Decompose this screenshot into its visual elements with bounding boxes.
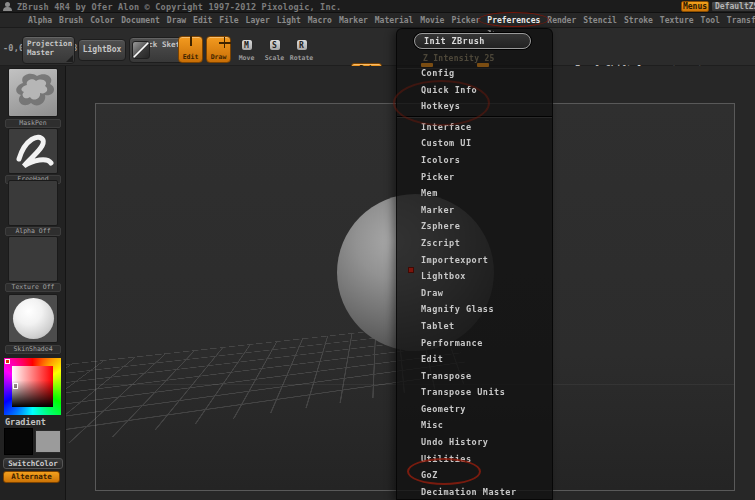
- alternate-button[interactable]: Alternate: [3, 471, 60, 483]
- move-badge-icon: M: [241, 39, 253, 51]
- prefs-item-custom-ui[interactable]: Custom UI: [397, 135, 552, 152]
- quick-sketch-icon: [132, 41, 150, 59]
- prefs-item-transpose-units[interactable]: Transpose Units: [397, 384, 552, 401]
- app-icon: [3, 2, 12, 11]
- lightbox-button[interactable]: LightBox: [78, 39, 126, 61]
- menu-tool[interactable]: Tool: [701, 16, 720, 25]
- scale-mode-button[interactable]: S Scale: [262, 36, 287, 63]
- left-tray: MaskPen FreeHand Alpha Off Texture Off S…: [0, 66, 66, 500]
- prefs-item-zscript[interactable]: Zscript: [397, 235, 552, 252]
- menu-bar: Alpha Brush Color Document Draw Edit Fil…: [0, 13, 755, 28]
- prefs-item-tablet[interactable]: Tablet: [397, 318, 552, 335]
- prefs-item-performance[interactable]: Performance: [397, 335, 552, 352]
- prefs-item-draw[interactable]: Draw: [397, 285, 552, 302]
- prefs-item-interface[interactable]: Interface: [397, 119, 552, 136]
- fold-corner-icon: [66, 55, 73, 62]
- draw-label: Draw: [207, 53, 230, 61]
- menu-file[interactable]: File: [219, 16, 238, 25]
- prefs-item-importexport[interactable]: Importexport: [397, 252, 552, 269]
- menu-separator: [397, 116, 552, 118]
- prefs-item-hotkeys[interactable]: Hotkeys: [397, 98, 552, 115]
- menu-stroke[interactable]: Stroke: [624, 16, 653, 25]
- menu-texture[interactable]: Texture: [660, 16, 694, 25]
- menu-picker[interactable]: Picker: [451, 16, 480, 25]
- stroke-thumbnail[interactable]: [8, 128, 58, 174]
- rotate-mode-button[interactable]: R Rotate: [289, 36, 314, 63]
- color-cursor[interactable]: [13, 383, 18, 389]
- prefs-item-transpose[interactable]: Transpose: [397, 368, 552, 385]
- window-title: ZBrush 4R4 by Ofer Alon © Copyright 1997…: [17, 2, 341, 12]
- prefs-item-decimation-master[interactable]: Decimation Master: [397, 484, 552, 500]
- menu-edit[interactable]: Edit: [193, 16, 212, 25]
- prefs-item-lightbox[interactable]: Lightbox: [397, 268, 552, 285]
- prefs-item-config[interactable]: Config: [397, 65, 552, 82]
- menu-transform[interactable]: Transform: [727, 16, 755, 25]
- menu-macro[interactable]: Macro: [308, 16, 332, 25]
- prefs-item-zsphere[interactable]: Zsphere: [397, 218, 552, 235]
- menu-stencil[interactable]: Stencil: [583, 16, 617, 25]
- scale-badge-icon: S: [269, 39, 281, 51]
- maskpen-blob-icon: [9, 69, 58, 117]
- menu-marker[interactable]: Marker: [339, 16, 368, 25]
- freehand-stroke-icon: [9, 129, 58, 174]
- prefs-item-edit[interactable]: Edit: [397, 351, 552, 368]
- preferences-menu-list: Config Quick Info Hotkeys Interface Cust…: [397, 65, 552, 500]
- menu-document[interactable]: Document: [121, 16, 160, 25]
- menu-preferences-wrap: Preferences: [487, 16, 540, 25]
- z-intensity-ghost-label: Z Intensity 25: [423, 54, 495, 63]
- move-mode-button[interactable]: M Move: [234, 36, 259, 63]
- title-bar: ZBrush 4R4 by Ofer Alon © Copyright 1997…: [0, 0, 755, 13]
- prefs-item-picker[interactable]: Picker: [397, 169, 552, 186]
- prefs-item-icolors[interactable]: Icolors: [397, 152, 552, 169]
- gradient-label: Gradient: [5, 417, 46, 427]
- switch-color-button[interactable]: SwitchColor: [3, 458, 63, 469]
- menu-layer[interactable]: Layer: [246, 16, 270, 25]
- secondary-color-swatch[interactable]: [35, 430, 61, 453]
- preferences-dropdown: ↻ Init ZBrush Z Intensity 25 Config Quic…: [396, 28, 553, 500]
- prefs-item-undo-history[interactable]: Undo History: [397, 434, 552, 451]
- texture-name-label: Texture Off: [5, 283, 61, 292]
- alpha-thumbnail[interactable]: [8, 180, 58, 226]
- main-color-swatch[interactable]: [4, 428, 33, 455]
- prefs-item-quick-info[interactable]: Quick Info: [397, 82, 552, 99]
- prefs-item-mem[interactable]: Mem: [397, 185, 552, 202]
- material-thumbnail[interactable]: [8, 294, 58, 343]
- prefs-item-geometry[interactable]: Geometry: [397, 401, 552, 418]
- menus-button[interactable]: Menus: [681, 1, 709, 12]
- menu-draw[interactable]: Draw: [167, 16, 186, 25]
- alpha-name-label: Alpha Off: [5, 227, 61, 236]
- projection-master-button[interactable]: Projection Master: [22, 36, 75, 64]
- prefs-item-goz[interactable]: GoZ: [397, 467, 552, 484]
- hue-cursor[interactable]: [5, 359, 10, 364]
- top-shelf: -0,0.05,-0.998 Projection Master LightBo…: [0, 28, 755, 66]
- edit-marquee-icon: [190, 36, 192, 46]
- menu-material[interactable]: Material: [375, 16, 414, 25]
- draw-mode-button[interactable]: Draw: [206, 36, 231, 63]
- prefs-item-marker[interactable]: Marker: [397, 202, 552, 219]
- saturation-value-square[interactable]: [12, 366, 53, 407]
- edit-label: Edit: [179, 53, 202, 61]
- brush-name-label: MaskPen: [5, 119, 61, 128]
- color-picker[interactable]: [4, 358, 61, 415]
- menu-alpha[interactable]: Alpha: [28, 16, 52, 25]
- menu-brush[interactable]: Brush: [59, 16, 83, 25]
- prefs-item-misc[interactable]: Misc: [397, 417, 552, 434]
- menu-light[interactable]: Light: [277, 16, 301, 25]
- init-zbrush-button[interactable]: Init ZBrush: [414, 33, 531, 49]
- menu-render[interactable]: Render: [547, 16, 576, 25]
- prefs-item-utilities[interactable]: Utilities: [397, 451, 552, 468]
- material-name-label: SkinShade4: [5, 345, 61, 354]
- move-label: Move: [234, 54, 259, 62]
- edit-mode-button[interactable]: Edit: [178, 36, 203, 63]
- texture-thumbnail[interactable]: [8, 236, 58, 282]
- rotate-label: Rotate: [289, 54, 314, 62]
- brush-thumbnail[interactable]: [8, 68, 58, 117]
- material-sphere-icon: [13, 298, 54, 339]
- menu-movie[interactable]: Movie: [420, 16, 444, 25]
- prefs-item-magnify-glass[interactable]: Magnify Glass: [397, 301, 552, 318]
- menu-color[interactable]: Color: [90, 16, 114, 25]
- scale-label: Scale: [262, 54, 287, 62]
- default-zscript-button[interactable]: DefaultZSc: [711, 1, 755, 12]
- rotate-badge-icon: R: [296, 39, 308, 51]
- menu-preferences[interactable]: Preferences: [487, 16, 540, 25]
